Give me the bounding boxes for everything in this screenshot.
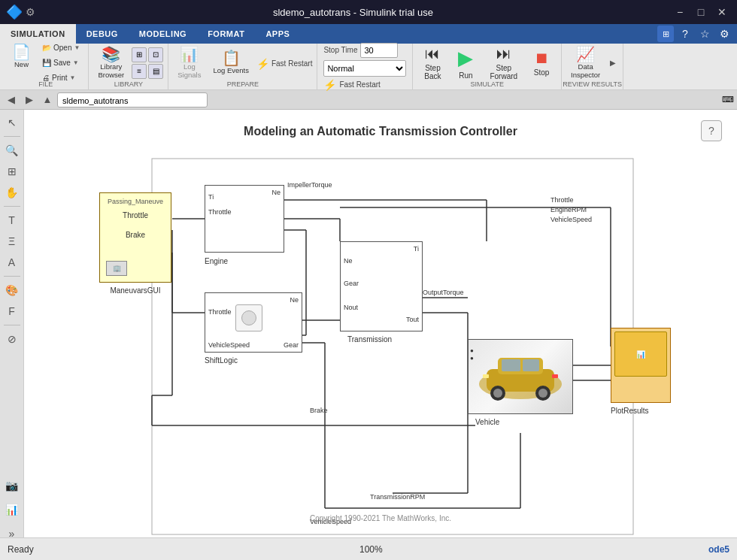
lib-icon-2: ⊡ <box>148 47 163 62</box>
library-group-label: LIBRARY <box>89 80 168 88</box>
nav-path[interactable]: sldemo_autotrans <box>57 92 208 107</box>
engine-block[interactable]: Ne Ti Throttle <box>205 185 284 253</box>
select-tool[interactable]: ↖ <box>2 113 22 132</box>
output-torque-label: OutputTorque <box>423 289 464 296</box>
window-title: sldemo_autotrans - Simulink trial use <box>35 7 671 18</box>
help-btn[interactable]: ? <box>677 26 693 42</box>
svg-rect-32 <box>523 359 539 371</box>
tab-modeling[interactable]: MODELING <box>129 24 197 44</box>
font-tool[interactable]: F <box>2 301 22 321</box>
log-signals-button[interactable]: 📊 LogSignals <box>173 45 205 81</box>
lines-tool[interactable]: Ξ <box>2 232 22 251</box>
library-browser-icon: 📚 <box>102 47 120 62</box>
main-area: Modeling an Automatic Transmission Contr… <box>24 110 737 537</box>
nav-forward-button[interactable]: ▶ <box>21 92 38 108</box>
open-button[interactable]: 📂 Open ▼ <box>38 41 83 55</box>
fast-restart-inline-icon: ⚡ <box>323 79 336 91</box>
lib-icon-4: ▤ <box>148 64 163 79</box>
diagram-canvas[interactable]: Modeling an Automatic Transmission Contr… <box>24 110 737 537</box>
ribbon-settings-btn[interactable]: ⚙ <box>716 26 732 42</box>
tab-apps[interactable]: APPS <box>255 24 300 44</box>
log-events-button[interactable]: 📋 Log Events <box>208 45 253 81</box>
save-dropdown-arrow: ▼ <box>73 59 79 66</box>
ribbon-option-btn[interactable]: ⊞ <box>657 26 674 42</box>
shift-logic-toggle <box>235 304 262 331</box>
wire-label-enginerpm-right: EngineRPM <box>550 206 587 213</box>
save-icon: 💾 <box>42 59 51 67</box>
simulation-mode-select[interactable]: Normal Accelerator Rapid Accelerator <box>323 60 406 77</box>
window-controls: − □ ✕ <box>671 3 731 21</box>
prepare-group-label: PREPARE <box>168 80 317 88</box>
maximize-button[interactable]: □ <box>692 3 710 21</box>
minimize-button[interactable]: − <box>671 3 689 21</box>
step-back-button[interactable]: ⏮ StepBack <box>417 45 447 81</box>
keyboard-icon-btn[interactable]: ⌨ <box>722 95 734 104</box>
nav-up-button[interactable]: ▲ <box>39 92 56 108</box>
nav-bar: ◀ ▶ ▲ sldemo_autotrans ⌨ <box>0 90 737 110</box>
stop-button[interactable]: ⏹ Stop <box>526 45 557 81</box>
svg-point-34 <box>493 389 502 398</box>
hide-tool[interactable]: ⊘ <box>2 329 22 349</box>
status-ready: Ready <box>8 544 34 555</box>
maneuvers-gui-block[interactable]: Passing_Maneuve Throttle Brake 🏢 <box>99 192 171 283</box>
connect-tool[interactable]: A <box>2 253 22 272</box>
step-back-icon: ⏮ <box>425 45 440 62</box>
pan-tool[interactable]: ✋ <box>2 183 22 202</box>
shift-logic-block[interactable]: Ne Gear Throttle VehicleSpeed <box>205 292 302 353</box>
ribbon-group-review: 📈 DataInspector ▶ REVIEW RESULTS <box>562 44 623 89</box>
shift-logic-label: ShiftLogic <box>205 356 238 365</box>
tab-format[interactable]: FORMAT <box>197 24 255 44</box>
status-zoom: 100% <box>359 544 383 555</box>
ribbon-group-simulate: ⏮ StepBack ▶ Run ⏭ StepForward ⏹ Stop SI… <box>413 44 562 89</box>
lt-divider-2 <box>4 206 20 207</box>
diagram-help-button[interactable]: ? <box>701 120 722 141</box>
plot-results-block[interactable]: 📊 <box>611 328 671 403</box>
vehicle-block[interactable]: ● ● <box>468 339 573 414</box>
fit-view-tool[interactable]: ⊞ <box>2 162 22 181</box>
stop-time-label: Stop Time <box>323 46 357 54</box>
open-icon: 📂 <box>42 44 51 52</box>
plot-results-label: PlotResults <box>611 407 649 415</box>
graph-tool[interactable]: 📊 <box>2 500 22 519</box>
run-button[interactable]: ▶ Run <box>450 45 481 81</box>
maneuvers-gui-label: ManeuvarsGUI <box>99 286 171 295</box>
ribbon-tabs: SIMULATION DEBUG MODELING FORMAT APPS ⊞ … <box>0 24 737 44</box>
color-tool[interactable]: 🎨 <box>2 280 22 300</box>
wire-label-throttle-right: Throttle <box>550 196 574 204</box>
maneuvers-gui-throttle-label: Throttle <box>105 211 166 219</box>
svg-rect-38 <box>552 374 558 378</box>
status-bar: Ready 100% ode5 <box>0 537 737 560</box>
step-forward-icon: ⏭ <box>496 45 511 62</box>
simulate-group-label: SIMULATE <box>413 80 561 88</box>
fast-restart-inline-label: Fast Restart <box>339 80 380 89</box>
new-button[interactable]: 📄 New <box>8 41 35 72</box>
diagram-title: Modeling an Automatic Transmission Contr… <box>24 125 737 138</box>
annotation-tool[interactable]: T <box>2 210 22 230</box>
transmission-block[interactable]: Ti Ne Gear Nout Tout <box>340 241 423 331</box>
zoom-in-tool[interactable]: 🔍 <box>2 141 22 160</box>
data-inspector-button[interactable]: 📈 DataInspector <box>566 45 605 81</box>
library-browser-button[interactable]: 📚 LibraryBrowser <box>93 45 129 81</box>
step-forward-button[interactable]: ⏭ StepForward <box>484 45 523 81</box>
title-bar: 🔷 ⚙ sldemo_autotrans - Simulink trial us… <box>0 0 737 24</box>
close-button[interactable]: ✕ <box>713 3 731 21</box>
wire-label-impellertorque: ImpellerTorque <box>287 181 332 189</box>
stop-time-input[interactable] <box>360 43 398 58</box>
transmission-label: Transmission <box>347 335 392 344</box>
log-events-icon: 📋 <box>222 50 241 65</box>
copyright-text: Copyright 1990-2021 The MathWorks, Inc. <box>24 514 737 522</box>
fast-restart-icon: ⚡ <box>256 58 269 70</box>
save-button[interactable]: 💾 Save ▼ <box>38 56 83 70</box>
wire-label-vehiclespeed-right: VehicleSpeed <box>550 216 592 223</box>
help-tool[interactable]: 📷 <box>2 476 22 495</box>
ribbon-more-btn[interactable]: ☆ <box>696 26 713 42</box>
maneuvers-gui-subsystem-icon: 🏢 <box>106 261 127 276</box>
wire-label-transmissionrpm: TransmissionRPM <box>370 493 425 501</box>
review-more-button[interactable]: ▶ <box>608 47 618 80</box>
svg-rect-31 <box>502 359 520 371</box>
file-group-label: FILE <box>3 80 88 88</box>
nav-back-button[interactable]: ◀ <box>3 92 20 108</box>
fast-restart-container: ⚡ Fast Restart <box>256 58 312 70</box>
stop-time-group: Stop Time Normal Accelerator Rapid Accel… <box>317 44 413 89</box>
vehicle-label: Vehicle <box>475 418 499 426</box>
